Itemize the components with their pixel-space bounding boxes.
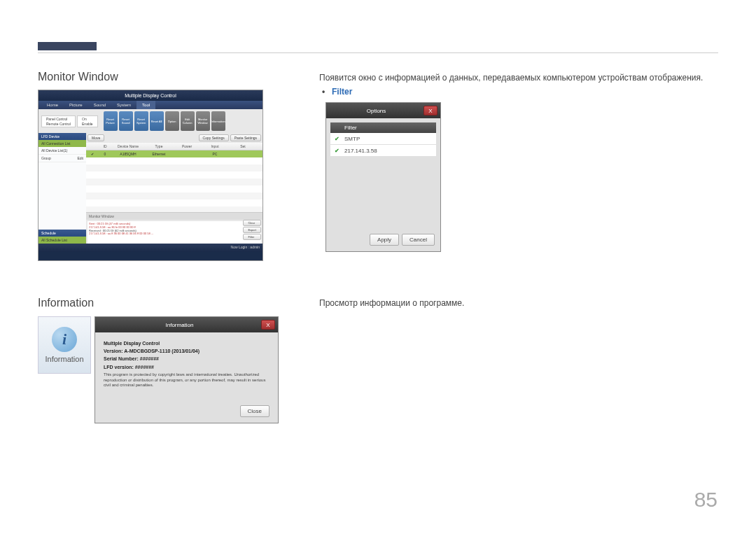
sidebar-schedule-list[interactable]: All Schedule List <box>38 237 86 244</box>
info-icon: i <box>52 327 77 352</box>
page-number: 85 <box>694 488 718 512</box>
filter-row-smtp[interactable]: ✔ SMTP <box>330 133 436 145</box>
monitor-panel-title: Monitor Window <box>86 213 262 220</box>
mdc-tab-tool[interactable]: Tool <box>136 101 155 109</box>
options-title: Options <box>329 108 424 114</box>
header-accent <box>38 42 97 50</box>
cancel-button[interactable]: Cancel <box>402 234 435 246</box>
section-title-monitor-window: Monitor Window <box>38 71 118 83</box>
monitor-panel: Monitor Window Sent : 00:21:59 (47 milli… <box>86 212 262 244</box>
options-titlebar: Options X <box>326 103 440 118</box>
filter-row-ip[interactable]: ✔ 217.141.3.58 <box>330 145 436 157</box>
mdc-statusbar: Now Login : admin <box>38 244 262 252</box>
clear-button[interactable]: Clear <box>243 220 261 226</box>
panel-values: On Enable <box>77 115 98 127</box>
move-button[interactable]: Move <box>88 134 104 141</box>
info-version: Version: A-MDCBGDSP-1110 (2013/01/04) <box>104 347 270 355</box>
mdc-tab-picture[interactable]: Picture <box>64 101 88 109</box>
options-dialog: Options X Filter ✔ SMTP ✔ 217.141.3.58 A… <box>326 102 441 252</box>
section-title-information: Information <box>38 297 94 309</box>
monitor-window-description: Появится окно с информацией о данных, пе… <box>319 73 703 83</box>
info-product: Multiple Display Control <box>104 339 270 347</box>
reset-system-icon[interactable]: Reset System <box>134 111 148 131</box>
monitor-window-icon[interactable]: Monitor Window <box>196 111 210 131</box>
close-icon[interactable]: X <box>424 106 438 115</box>
mdc-sidebar: LFD Device All Connection List All Devic… <box>38 133 86 244</box>
export-button[interactable]: Export <box>243 227 261 233</box>
info-serial: Serial Number: ####### <box>104 355 270 363</box>
monitor-log: Sent : 00:21:59 (47 milli seconds) 217.1… <box>88 221 261 244</box>
mdc-screenshot: Multiple Display Control Home Picture So… <box>38 90 263 261</box>
filter-button[interactable]: Filter <box>243 234 261 240</box>
mdc-tabs: Home Picture Sound System Tool <box>38 101 262 109</box>
reset-sound-icon[interactable]: Reset Sound <box>119 111 133 131</box>
check-icon: ✔ <box>333 147 340 154</box>
information-dialog: Information X Multiple Display Control V… <box>94 316 279 423</box>
mdc-toolbar: Panel Control Remote Control On Enable R… <box>38 109 262 133</box>
sidebar-schedule-header: Schedule <box>38 230 86 237</box>
grid-empty <box>86 157 262 212</box>
edit-column-icon[interactable]: Edit Column <box>181 111 195 131</box>
info-titlebar: Information X <box>95 317 278 332</box>
mdc-main-buttons: Move Copy Settings Paste Settings <box>86 133 262 143</box>
close-button[interactable]: Close <box>240 405 270 417</box>
sidebar-lfd-header: LFD Device <box>38 133 86 140</box>
sidebar-device-list[interactable]: All Device List(1) <box>38 147 86 155</box>
filter-column-header: Filter <box>330 122 436 133</box>
mdc-tab-sound[interactable]: Sound <box>88 101 111 109</box>
close-icon[interactable]: X <box>261 320 275 330</box>
check-icon: ✔ <box>333 135 340 142</box>
panel-control-group: Panel Control Remote Control <box>41 115 76 127</box>
info-note: This program is protected by copyright l… <box>104 372 270 388</box>
grid-row[interactable]: ✔ 0 A185QMH Ethernet PC <box>86 150 262 157</box>
sidebar-group[interactable]: Group Edit <box>38 155 86 162</box>
apply-button[interactable]: Apply <box>370 234 399 246</box>
filter-bullet: Filter <box>332 87 352 97</box>
information-description: Просмотр информации о программе. <box>319 298 464 308</box>
header-divider <box>38 52 718 53</box>
reset-all-icon[interactable]: Reset All <box>150 111 164 131</box>
information-tile[interactable]: i Information <box>38 316 91 374</box>
paste-settings-button[interactable]: Paste Settings <box>230 134 261 141</box>
option-icon[interactable]: Option <box>165 111 179 131</box>
mdc-tab-system[interactable]: System <box>111 101 136 109</box>
information-icon[interactable]: Information <box>211 111 225 131</box>
mdc-main: Move Copy Settings Paste Settings ID Dev… <box>86 133 262 244</box>
sidebar-conn-list[interactable]: All Connection List <box>38 140 86 147</box>
copy-settings-button[interactable]: Copy Settings <box>199 134 229 141</box>
reset-picture-icon[interactable]: Reset Picture <box>104 111 118 131</box>
info-tile-label: Information <box>45 355 83 363</box>
mdc-title: Multiple Display Control <box>38 90 262 101</box>
info-dialog-title: Information <box>98 322 261 328</box>
info-lfd: LFD version: ####### <box>104 363 270 371</box>
grid-header: ID Device Name Type Power Input Set <box>86 143 262 150</box>
mdc-tab-home[interactable]: Home <box>41 101 64 109</box>
